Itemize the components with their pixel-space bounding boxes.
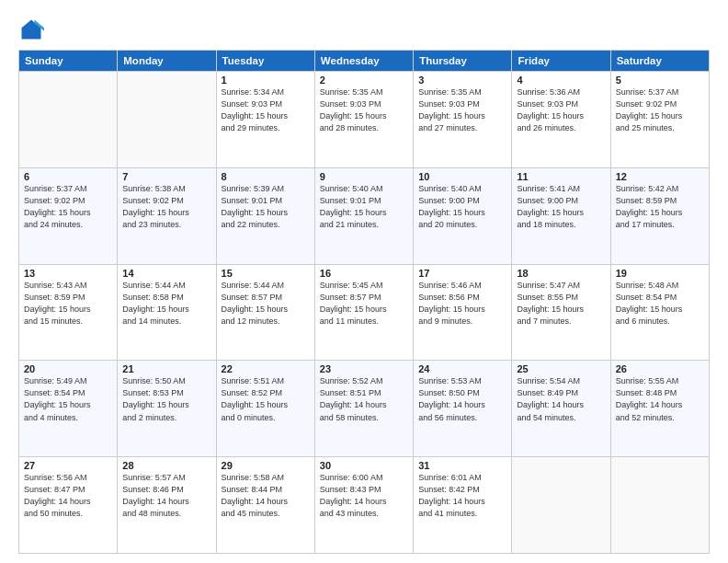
calendar-header-monday: Monday xyxy=(118,51,216,72)
svg-marker-0 xyxy=(22,20,41,40)
calendar-cell: 19Sunrise: 5:48 AM Sunset: 8:54 PM Dayli… xyxy=(610,264,709,361)
calendar-cell: 3Sunrise: 5:35 AM Sunset: 9:03 PM Daylig… xyxy=(414,72,512,168)
day-number: 13 xyxy=(24,268,112,279)
day-number: 25 xyxy=(517,363,605,374)
day-number: 19 xyxy=(616,268,704,279)
page: SundayMondayTuesdayWednesdayThursdayFrid… xyxy=(0,0,728,563)
day-info: Sunrise: 5:55 AM Sunset: 8:48 PM Dayligh… xyxy=(616,375,704,423)
day-info: Sunrise: 5:48 AM Sunset: 8:54 PM Dayligh… xyxy=(616,280,704,327)
calendar-cell: 17Sunrise: 5:46 AM Sunset: 8:56 PM Dayli… xyxy=(414,264,512,361)
day-info: Sunrise: 5:36 AM Sunset: 9:03 PM Dayligh… xyxy=(517,86,605,134)
calendar-week-row: 1Sunrise: 5:34 AM Sunset: 9:03 PM Daylig… xyxy=(19,72,710,168)
calendar-header-wednesday: Wednesday xyxy=(314,51,413,72)
calendar-cell: 30Sunrise: 6:00 AM Sunset: 8:43 PM Dayli… xyxy=(314,457,413,554)
day-info: Sunrise: 5:45 AM Sunset: 8:57 PM Dayligh… xyxy=(320,280,408,327)
day-info: Sunrise: 5:37 AM Sunset: 9:02 PM Dayligh… xyxy=(616,86,704,134)
day-info: Sunrise: 5:54 AM Sunset: 8:49 PM Dayligh… xyxy=(517,375,605,423)
day-info: Sunrise: 5:34 AM Sunset: 9:03 PM Dayligh… xyxy=(222,86,310,134)
day-number: 10 xyxy=(418,171,506,182)
day-info: Sunrise: 5:41 AM Sunset: 9:00 PM Dayligh… xyxy=(517,183,605,231)
day-number: 27 xyxy=(24,460,112,471)
day-number: 30 xyxy=(320,460,408,471)
day-number: 17 xyxy=(418,268,506,279)
day-number: 15 xyxy=(222,268,310,279)
day-number: 26 xyxy=(616,363,704,374)
calendar-cell: 25Sunrise: 5:54 AM Sunset: 8:49 PM Dayli… xyxy=(512,361,610,457)
day-info: Sunrise: 5:40 AM Sunset: 9:01 PM Dayligh… xyxy=(320,183,408,231)
day-number: 5 xyxy=(616,75,704,86)
calendar-week-row: 27Sunrise: 5:56 AM Sunset: 8:47 PM Dayli… xyxy=(19,457,710,554)
day-info: Sunrise: 5:56 AM Sunset: 8:47 PM Dayligh… xyxy=(24,472,112,520)
day-number: 20 xyxy=(24,363,112,374)
calendar-cell: 26Sunrise: 5:55 AM Sunset: 8:48 PM Dayli… xyxy=(610,361,709,457)
day-info: Sunrise: 5:42 AM Sunset: 8:59 PM Dayligh… xyxy=(616,183,704,231)
calendar-cell: 27Sunrise: 5:56 AM Sunset: 8:47 PM Dayli… xyxy=(19,457,118,554)
day-number: 6 xyxy=(24,171,112,182)
calendar-cell: 29Sunrise: 5:58 AM Sunset: 8:44 PM Dayli… xyxy=(216,457,314,554)
calendar-cell: 21Sunrise: 5:50 AM Sunset: 8:53 PM Dayli… xyxy=(118,361,216,457)
day-info: Sunrise: 5:35 AM Sunset: 9:03 PM Dayligh… xyxy=(320,86,408,134)
day-info: Sunrise: 6:01 AM Sunset: 8:42 PM Dayligh… xyxy=(418,472,506,520)
calendar-header-friday: Friday xyxy=(512,51,610,72)
day-number: 31 xyxy=(418,460,506,471)
day-number: 28 xyxy=(122,460,210,471)
day-number: 29 xyxy=(222,460,310,471)
calendar-cell: 20Sunrise: 5:49 AM Sunset: 8:54 PM Dayli… xyxy=(19,361,118,457)
day-number: 3 xyxy=(418,75,506,86)
logo-icon xyxy=(18,17,44,42)
day-info: Sunrise: 5:37 AM Sunset: 9:02 PM Dayligh… xyxy=(24,183,112,231)
day-info: Sunrise: 5:38 AM Sunset: 9:02 PM Dayligh… xyxy=(122,183,210,231)
day-info: Sunrise: 5:51 AM Sunset: 8:52 PM Dayligh… xyxy=(222,375,310,423)
calendar-cell: 18Sunrise: 5:47 AM Sunset: 8:55 PM Dayli… xyxy=(512,264,610,361)
header xyxy=(18,17,710,42)
calendar-cell: 8Sunrise: 5:39 AM Sunset: 9:01 PM Daylig… xyxy=(216,167,314,264)
day-info: Sunrise: 5:57 AM Sunset: 8:46 PM Dayligh… xyxy=(122,472,210,520)
day-info: Sunrise: 5:50 AM Sunset: 8:53 PM Dayligh… xyxy=(122,375,210,423)
calendar-cell: 15Sunrise: 5:44 AM Sunset: 8:57 PM Dayli… xyxy=(216,264,314,361)
day-info: Sunrise: 5:53 AM Sunset: 8:50 PM Dayligh… xyxy=(418,375,506,423)
day-number: 8 xyxy=(222,171,310,182)
day-info: Sunrise: 5:40 AM Sunset: 9:00 PM Dayligh… xyxy=(418,183,506,231)
day-number: 14 xyxy=(122,268,210,279)
day-number: 2 xyxy=(320,75,408,86)
day-number: 21 xyxy=(122,363,210,374)
day-number: 12 xyxy=(616,171,704,182)
calendar-cell xyxy=(610,457,709,554)
day-number: 7 xyxy=(122,171,210,182)
calendar-table: SundayMondayTuesdayWednesdayThursdayFrid… xyxy=(18,50,710,554)
calendar-cell: 31Sunrise: 6:01 AM Sunset: 8:42 PM Dayli… xyxy=(414,457,512,554)
day-number: 4 xyxy=(517,75,605,86)
calendar-header-saturday: Saturday xyxy=(610,51,709,72)
day-info: Sunrise: 5:49 AM Sunset: 8:54 PM Dayligh… xyxy=(24,375,112,423)
day-number: 16 xyxy=(320,268,408,279)
calendar-header-sunday: Sunday xyxy=(19,51,118,72)
calendar-cell: 11Sunrise: 5:41 AM Sunset: 9:00 PM Dayli… xyxy=(512,167,610,264)
calendar-cell: 28Sunrise: 5:57 AM Sunset: 8:46 PM Dayli… xyxy=(118,457,216,554)
day-info: Sunrise: 6:00 AM Sunset: 8:43 PM Dayligh… xyxy=(320,472,408,520)
day-info: Sunrise: 5:46 AM Sunset: 8:56 PM Dayligh… xyxy=(418,280,506,327)
calendar-cell: 12Sunrise: 5:42 AM Sunset: 8:59 PM Dayli… xyxy=(610,167,709,264)
calendar-cell xyxy=(512,457,610,554)
calendar-cell: 16Sunrise: 5:45 AM Sunset: 8:57 PM Dayli… xyxy=(314,264,413,361)
day-info: Sunrise: 5:44 AM Sunset: 8:57 PM Dayligh… xyxy=(222,280,310,327)
calendar-header-thursday: Thursday xyxy=(414,51,512,72)
calendar-cell: 13Sunrise: 5:43 AM Sunset: 8:59 PM Dayli… xyxy=(19,264,118,361)
calendar-cell: 4Sunrise: 5:36 AM Sunset: 9:03 PM Daylig… xyxy=(512,72,610,168)
calendar-cell: 23Sunrise: 5:52 AM Sunset: 8:51 PM Dayli… xyxy=(314,361,413,457)
calendar-cell: 22Sunrise: 5:51 AM Sunset: 8:52 PM Dayli… xyxy=(216,361,314,457)
day-info: Sunrise: 5:52 AM Sunset: 8:51 PM Dayligh… xyxy=(320,375,408,423)
calendar-cell: 24Sunrise: 5:53 AM Sunset: 8:50 PM Dayli… xyxy=(414,361,512,457)
day-number: 9 xyxy=(320,171,408,182)
calendar-header-tuesday: Tuesday xyxy=(216,51,314,72)
calendar-week-row: 20Sunrise: 5:49 AM Sunset: 8:54 PM Dayli… xyxy=(19,361,710,457)
day-info: Sunrise: 5:58 AM Sunset: 8:44 PM Dayligh… xyxy=(222,472,310,520)
day-number: 1 xyxy=(222,75,310,86)
day-info: Sunrise: 5:47 AM Sunset: 8:55 PM Dayligh… xyxy=(517,280,605,327)
day-number: 18 xyxy=(517,268,605,279)
calendar-cell: 6Sunrise: 5:37 AM Sunset: 9:02 PM Daylig… xyxy=(19,167,118,264)
calendar-cell xyxy=(118,72,216,168)
calendar-cell: 9Sunrise: 5:40 AM Sunset: 9:01 PM Daylig… xyxy=(314,167,413,264)
calendar-cell: 5Sunrise: 5:37 AM Sunset: 9:02 PM Daylig… xyxy=(610,72,709,168)
day-info: Sunrise: 5:35 AM Sunset: 9:03 PM Dayligh… xyxy=(418,86,506,134)
calendar-cell: 2Sunrise: 5:35 AM Sunset: 9:03 PM Daylig… xyxy=(314,72,413,168)
